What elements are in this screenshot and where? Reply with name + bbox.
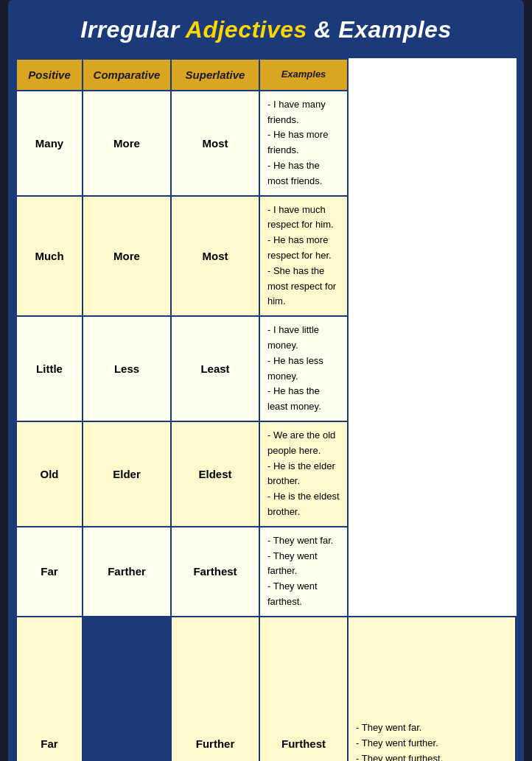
cell-comparative: More — [83, 196, 171, 317]
cell-positive: Far — [16, 617, 83, 761]
cell-comparative: Less — [83, 316, 171, 421]
adjectives-table: Positive Comparative Superlative Example… — [15, 58, 517, 761]
cell-superlative: Least — [171, 316, 259, 421]
table-wrapper: Positive Comparative Superlative Example… — [11, 54, 521, 761]
cell-examples: - I have little money.- He has less mone… — [259, 316, 348, 421]
header-positive: Positive — [16, 59, 83, 91]
cell-superlative: Most — [171, 91, 259, 196]
watermark-text: ENGDIC.ORG — [83, 617, 100, 761]
cell-positive: Old — [16, 421, 83, 527]
title-part3: & Examples — [307, 16, 452, 43]
header-comparative: Comparative — [83, 59, 171, 91]
cell-examples: - We are the old people here.- He is the… — [259, 421, 348, 527]
cell-positive: Far — [16, 527, 83, 617]
cell-superlative: Furthest — [259, 617, 348, 761]
cell-positive: Many — [16, 91, 83, 196]
cell-comparative: Elder — [83, 421, 171, 527]
main-card: Irregular Adjectives & Examples Positive… — [8, 0, 524, 761]
cell-superlative: Most — [171, 196, 259, 317]
cell-comparative: More — [83, 91, 171, 196]
header-examples: Examples — [259, 59, 348, 91]
cell-examples: - I have many friends.- He has more frie… — [259, 91, 348, 196]
page-title: Irregular Adjectives & Examples — [26, 16, 506, 43]
table-row: FarENGDIC.ORGFurtherFurthest- They went … — [16, 617, 516, 761]
table-row: ManyMoreMost- I have many friends.- He h… — [16, 91, 516, 196]
title-part1: Irregular — [80, 16, 186, 43]
cell-positive: Much — [16, 196, 83, 317]
cell-examples: - They went far.- They went further.- Th… — [348, 617, 516, 761]
cell-superlative: Eldest — [171, 421, 259, 527]
title-bar: Irregular Adjectives & Examples — [11, 3, 521, 54]
cell-superlative: Farthest — [171, 527, 259, 617]
cell-comparative: Further — [171, 617, 259, 761]
table-row: MuchMoreMost- I have much respect for hi… — [16, 196, 516, 317]
table-row: FarFartherFarthest- They went far.- They… — [16, 527, 516, 617]
cell-positive: Little — [16, 316, 83, 421]
cell-examples: - I have much respect for him.- He has m… — [259, 196, 348, 317]
title-part2: Adjectives — [186, 16, 307, 43]
table-row: OldElderEldest- We are the old people he… — [16, 421, 516, 527]
header-superlative: Superlative — [171, 59, 259, 91]
cell-comparative: Farther — [83, 527, 171, 617]
watermark-cell: ENGDIC.ORG — [83, 617, 171, 761]
table-header-row: Positive Comparative Superlative Example… — [16, 59, 516, 91]
table-row: LittleLessLeast- I have little money.- H… — [16, 316, 516, 421]
cell-examples: - They went far.- They went farther.- Th… — [259, 527, 348, 617]
